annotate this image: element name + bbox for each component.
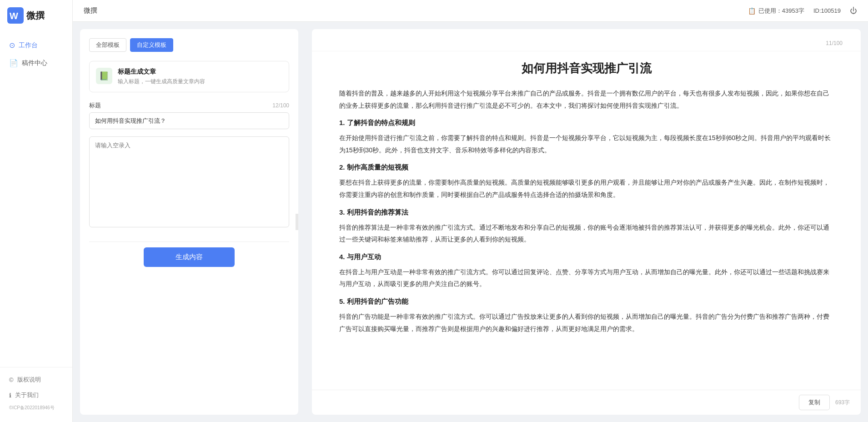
- template-tabs: 全部模板 自定义模板: [89, 38, 289, 52]
- article-body[interactable]: 如何用抖音实现推广引流 随着抖音的普及，越来越多的人开始利用这个短视频分享平台来…: [312, 51, 861, 390]
- power-button[interactable]: ⏻: [850, 7, 857, 15]
- header-right: 📋 已使用：43953字 ID:100519 ⏻: [748, 7, 857, 15]
- tab-all[interactable]: 全部模板: [89, 38, 126, 52]
- collapse-arrow[interactable]: ◀: [296, 214, 298, 230]
- drafts-icon: 📄: [9, 59, 18, 67]
- title-form-section: 标题 12/100: [89, 101, 289, 129]
- sidebar-item-about[interactable]: ℹ 关于我们: [0, 387, 72, 403]
- title-label-text: 标题: [89, 101, 101, 110]
- card-desc: 输入标题，一键生成高质量文章内容: [118, 78, 205, 85]
- logo-text: 微撰: [26, 10, 45, 22]
- article-para-10: 抖音的广告功能是一种非常有效的推广引流方式。你可以通过广告投放来让更多的人看到你…: [339, 311, 833, 335]
- left-panel: 全部模板 自定义模板 📗 标题生成文章 输入标题，一键生成高质量文章内容 标题 …: [80, 29, 298, 415]
- copyright-label: 版权说明: [17, 376, 41, 384]
- sidebar-logo: W 微撰: [0, 0, 72, 33]
- article-para-4: 要想在抖音上获得更多的流量，你需要制作高质量的短视频。高质量的短视频能够吸引更多…: [339, 176, 833, 201]
- logo-icon: W: [7, 7, 24, 24]
- usage-info: 📋 已使用：43953字: [748, 7, 804, 15]
- page-title: 微撰: [84, 6, 97, 15]
- card-icon: 📗: [96, 68, 112, 84]
- sidebar: W 微撰 ⊙ 工作台 📄 稿件中心 © 版权说明 ℹ 关于我们 ©ICP备202…: [0, 0, 73, 422]
- article-header: 11/100: [312, 29, 861, 51]
- article-title: 如何用抖音实现推广引流: [339, 60, 833, 76]
- article-para-6: 抖音的推荐算法是一种非常有效的推广引流方式。通过不断地发布和分享自己的短视频，你…: [339, 221, 833, 246]
- content-textarea[interactable]: [89, 136, 289, 227]
- article-h2-3: 2. 制作高质量的短视频: [339, 163, 833, 172]
- tab-custom[interactable]: 自定义模板: [130, 38, 173, 52]
- generate-button[interactable]: 生成内容: [144, 247, 235, 267]
- article-footer: 复制 693字: [312, 390, 861, 415]
- card-info: 标题生成文章 输入标题，一键生成高质量文章内容: [118, 68, 205, 85]
- sidebar-nav: ⊙ 工作台 📄 稿件中心: [0, 33, 72, 367]
- workbench-icon: ⊙: [9, 41, 15, 50]
- sidebar-item-copyright[interactable]: © 版权说明: [0, 372, 72, 387]
- user-id: ID:100519: [813, 7, 841, 14]
- sidebar-item-workbench[interactable]: ⊙ 工作台: [0, 36, 72, 54]
- divider: [89, 241, 289, 242]
- title-char-count: 12/100: [272, 102, 289, 109]
- about-icon: ℹ: [9, 392, 11, 399]
- sidebar-item-drafts-label: 稿件中心: [22, 59, 47, 67]
- article-h2-1: 1. 了解抖音的特点和规则: [339, 119, 833, 127]
- main-content: 微撰 📋 已使用：43953字 ID:100519 ⏻ 全部模板 自定义模板 📗…: [73, 0, 868, 422]
- textarea-form-section: [89, 136, 289, 229]
- right-panel: 11/100 如何用抖音实现推广引流 随着抖音的普及，越来越多的人开始利用这个短…: [312, 29, 861, 415]
- article-h2-9: 5. 利用抖音的广告功能: [339, 297, 833, 306]
- template-card[interactable]: 📗 标题生成文章 输入标题，一键生成高质量文章内容: [89, 61, 289, 92]
- sidebar-item-workbench-label: 工作台: [19, 41, 38, 50]
- beian-text: ©ICP备2022018946号: [0, 403, 72, 413]
- article-h2-7: 4. 与用户互动: [339, 253, 833, 261]
- article-para-0: 随着抖音的普及，越来越多的人开始利用这个短视频分享平台来推广自己的产品或服务。抖…: [339, 87, 833, 111]
- usage-label: 已使用：43953字: [758, 7, 804, 15]
- copy-button[interactable]: 复制: [799, 395, 830, 410]
- form-label-title: 标题 12/100: [89, 101, 289, 110]
- svg-text:W: W: [10, 11, 18, 21]
- content-area: 全部模板 自定义模板 📗 标题生成文章 输入标题，一键生成高质量文章内容 标题 …: [73, 22, 868, 422]
- sidebar-bottom: © 版权说明 ℹ 关于我们 ©ICP备2022018946号: [0, 367, 72, 422]
- article-para-8: 在抖音上与用户互动是一种非常有效的推广引流方式。你可以通过回复评论、点赞、分享等…: [339, 266, 833, 290]
- copyright-icon: ©: [9, 377, 14, 383]
- card-title: 标题生成文章: [118, 68, 205, 76]
- word-count: 693字: [835, 399, 850, 407]
- about-label: 关于我们: [15, 391, 39, 399]
- article-para-2: 在开始使用抖音进行推广引流之前，你需要了解抖音的特点和规则。抖音是一个短视频分享…: [339, 132, 833, 156]
- top-header: 微撰 📋 已使用：43953字 ID:100519 ⏻: [73, 0, 868, 22]
- page-indicator: 11/100: [826, 40, 843, 46]
- title-input[interactable]: [89, 112, 289, 129]
- usage-icon: 📋: [748, 7, 756, 15]
- sidebar-item-drafts[interactable]: 📄 稿件中心: [0, 54, 72, 72]
- article-h2-5: 3. 利用抖音的推荐算法: [339, 208, 833, 217]
